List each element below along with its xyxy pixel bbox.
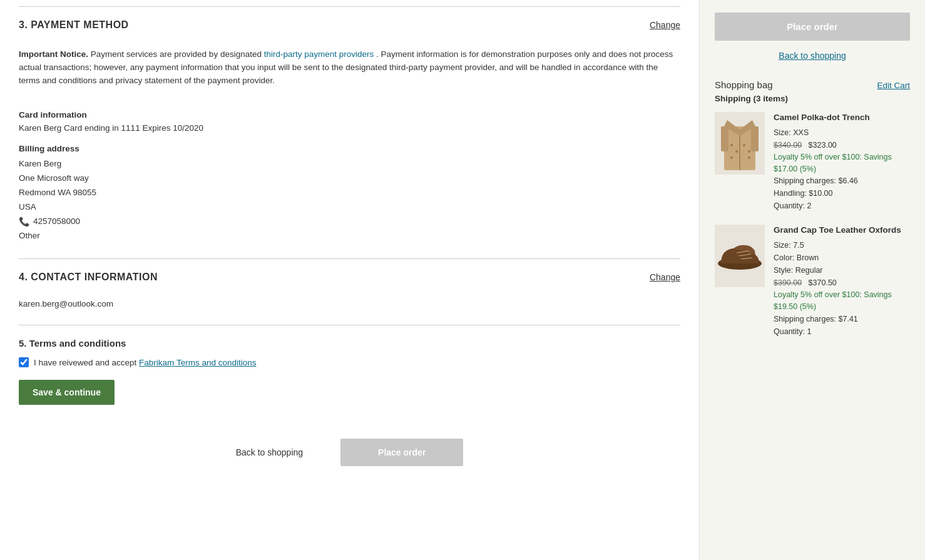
loyalty-coat: Loyalty 5% off over $100: Savings $17.00… <box>774 151 910 175</box>
place-order-button-top[interactable]: Place order <box>715 13 910 41</box>
product-image-coat <box>715 112 765 175</box>
contact-email: karen.berg@outlook.com <box>19 293 680 318</box>
billing-label: Billing address <box>19 144 680 153</box>
billing-phone-row: 📞 4257058000 <box>19 215 680 230</box>
billing-block: Billing address Karen Berg One Microsoft… <box>19 144 680 243</box>
notice-text: Important Notice. Payment services are p… <box>19 48 680 88</box>
new-price-coat: $323.00 <box>809 141 837 150</box>
product-item-shoe: Grand Cap Toe Leather Oxfords Size: 7.5 … <box>715 225 910 337</box>
terms-label: I have reivewed and accept Fabrikam Term… <box>34 358 256 367</box>
save-continue-button[interactable]: Save & continue <box>19 380 115 405</box>
product-size-coat: Size: XXS <box>774 126 910 139</box>
payment-method-section: 3. PAYMENT METHOD Change Important Notic… <box>19 19 680 243</box>
contact-title: 4. CONTACT INFORMATION <box>19 272 158 283</box>
original-price-coat: $340.00 <box>774 141 802 150</box>
billing-phone: 4257058000 <box>33 215 80 229</box>
shopping-bag-title: Shopping bag <box>715 79 773 90</box>
svg-point-9 <box>730 156 733 159</box>
sidebar: Place order Back to shopping Shopping ba… <box>700 0 925 560</box>
payment-title: 3. PAYMENT METHOD <box>19 19 129 31</box>
shipping-items-label: Shipping (3 items) <box>715 94 910 103</box>
billing-type: Other <box>19 229 680 243</box>
terms-check-row: I have reivewed and accept Fabrikam Term… <box>19 357 680 367</box>
coat-icon <box>718 114 762 173</box>
place-order-button-bottom[interactable]: Place order <box>340 439 463 466</box>
terms-checkbox[interactable] <box>19 357 29 367</box>
svg-point-7 <box>743 144 745 146</box>
terms-section: 5. Terms and conditions I have reivewed … <box>19 338 680 405</box>
product-price-shoe: $390.00 $370.50 <box>774 277 910 289</box>
payment-header: 3. PAYMENT METHOD Change <box>19 19 680 31</box>
contact-header: 4. CONTACT INFORMATION Change <box>19 272 680 283</box>
original-price-shoe: $390.00 <box>774 278 802 287</box>
product-price-coat: $340.00 $323.00 <box>774 139 910 151</box>
edit-cart-link[interactable]: Edit Cart <box>877 81 910 90</box>
card-info-label: Card information <box>19 110 680 120</box>
product-details-coat: Camel Polka-dot Trench Size: XXS $340.00… <box>774 112 910 212</box>
back-to-shopping-bottom[interactable]: Back to shopping <box>236 447 303 457</box>
notice-link1[interactable]: third-party payment providers <box>264 49 374 59</box>
product-size-shoe: Size: 7.5 <box>774 239 910 252</box>
billing-address2: Redmond WA 98055 <box>19 186 680 200</box>
payment-change-link[interactable]: Change <box>650 20 680 30</box>
card-info-block: Card information Karen Berg Card ending … <box>19 110 680 133</box>
back-to-shopping-sidebar[interactable]: Back to shopping <box>715 51 910 61</box>
product-details-shoe: Grand Cap Toe Leather Oxfords Size: 7.5 … <box>774 225 910 337</box>
svg-point-10 <box>748 156 750 159</box>
notice-text1: Payment services are provided by designa… <box>91 49 264 59</box>
shipping-coat: Shipping charges: $6.46 <box>774 175 910 187</box>
card-info-value: Karen Berg Card ending in 1111 Expires 1… <box>19 123 680 133</box>
svg-rect-3 <box>721 126 728 151</box>
svg-rect-4 <box>751 126 759 151</box>
product-item-coat: Camel Polka-dot Trench Size: XXS $340.00… <box>715 112 910 212</box>
product-style-shoe: Style: Regular <box>774 264 910 277</box>
billing-name: Karen Berg <box>19 157 680 171</box>
handling-coat: Handling: $10.00 <box>774 187 910 200</box>
product-name-shoe: Grand Cap Toe Leather Oxfords <box>774 225 910 237</box>
shipping-shoe: Shipping charges: $7.41 <box>774 313 910 325</box>
billing-address: Karen Berg One Microsoft way Redmond WA … <box>19 157 680 243</box>
product-color-shoe: Color: Brown <box>774 252 910 264</box>
notice-bold: Important Notice. <box>19 49 88 59</box>
svg-point-6 <box>735 150 738 153</box>
bottom-bar: Back to shopping Place order <box>19 420 680 472</box>
terms-title: 5. Terms and conditions <box>19 338 680 349</box>
quantity-coat: Quantity: 2 <box>774 200 910 212</box>
billing-country: USA <box>19 200 680 215</box>
phone-icon: 📞 <box>19 215 29 230</box>
product-name-coat: Camel Polka-dot Trench <box>774 112 910 124</box>
contact-change-link[interactable]: Change <box>650 272 680 282</box>
loyalty-shoe: Loyalty 5% off over $100: Savings $19.50… <box>774 289 910 313</box>
new-price-shoe: $370.50 <box>809 278 837 287</box>
billing-address1: One Microsoft way <box>19 171 680 186</box>
contact-section: 4. CONTACT INFORMATION Change karen.berg… <box>19 272 680 318</box>
shopping-bag-header: Shopping bag Edit Cart <box>715 79 910 90</box>
svg-point-5 <box>730 144 733 146</box>
svg-point-8 <box>748 150 750 153</box>
quantity-shoe: Quantity: 1 <box>774 325 910 338</box>
terms-link[interactable]: Fabrikam Terms and conditions <box>139 358 256 367</box>
product-image-shoe <box>715 225 765 287</box>
payment-notice: Important Notice. Payment services are p… <box>19 41 680 95</box>
shoe-icon <box>715 237 765 275</box>
